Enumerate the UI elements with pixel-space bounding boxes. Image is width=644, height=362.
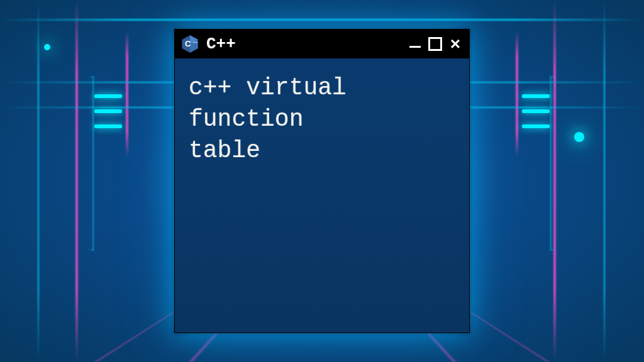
terminal-content-text: c++ virtual function table [189, 72, 455, 167]
neon-dot [44, 44, 50, 50]
dash-group-left [94, 94, 122, 128]
neon-dot [574, 132, 584, 142]
minimize-button[interactable] [408, 36, 423, 52]
svg-text:C: C [185, 39, 191, 48]
window-controls: × [408, 36, 463, 52]
hex-shape-left [0, 75, 94, 251]
cpp-hexagon-icon: C + + [180, 34, 200, 54]
hex-shape-right [550, 75, 644, 251]
close-button[interactable]: × [448, 36, 463, 52]
dash-group-right [522, 94, 550, 128]
window-title: C++ [206, 35, 401, 53]
maximize-button[interactable] [428, 36, 443, 52]
svg-text:+: + [195, 40, 197, 44]
terminal-body[interactable]: c++ virtual function table [175, 58, 469, 332]
svg-text:+: + [193, 40, 195, 44]
title-bar[interactable]: C + + C++ × [175, 30, 469, 58]
terminal-window: C + + C++ × c++ virtual function table [174, 29, 470, 333]
